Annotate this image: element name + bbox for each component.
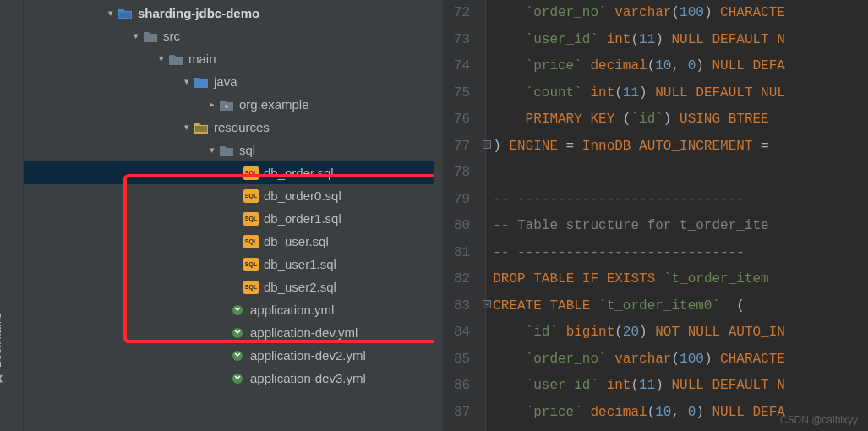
tree-node-file[interactable]: SQL db_order1.sql xyxy=(24,207,434,230)
tree-node-file[interactable]: SQL db_order0.sql xyxy=(24,184,434,207)
splitter[interactable] xyxy=(434,0,444,431)
code-editor[interactable]: 72737475767778798081828384858687 `order_… xyxy=(444,0,868,431)
folder-icon xyxy=(117,7,133,20)
tree-label: db_order.sql xyxy=(264,166,334,180)
tree-node-project-root[interactable]: ▾ sharding-jdbc-demo xyxy=(24,2,434,25)
gutter-line-numbers: 72737475767778798081828384858687 xyxy=(444,0,486,431)
tree-label: db_order1.sql xyxy=(264,211,341,226)
chevron-down-icon[interactable]: ▾ xyxy=(180,76,194,87)
tree-label: src xyxy=(163,29,180,43)
tree-node-file[interactable]: application.yml xyxy=(24,298,434,321)
tree-label: application.yml xyxy=(250,303,334,317)
code-content[interactable]: `order_no` varchar(100) CHARACTE `user_i… xyxy=(486,0,785,431)
tree-label: application-dev.yml xyxy=(250,325,358,340)
svg-rect-0 xyxy=(119,12,131,18)
tree-label: sql xyxy=(239,143,255,157)
tree-label: db_user.sql xyxy=(264,234,329,248)
sql-file-icon: SQL xyxy=(243,189,259,203)
tree-node-file[interactable]: SQL db_user1.sql xyxy=(24,253,434,276)
sql-file-icon: SQL xyxy=(243,281,259,294)
chevron-down-icon[interactable]: ▾ xyxy=(180,122,194,133)
tree-node-file[interactable]: SQL db_user.sql xyxy=(24,230,434,253)
yml-file-icon xyxy=(230,349,245,363)
bookmarks-toolbar[interactable]: Bookmarks xyxy=(0,0,24,431)
yml-file-icon xyxy=(230,372,245,385)
tree-node-main[interactable]: ▾ main xyxy=(24,47,434,70)
chevron-down-icon[interactable]: ▾ xyxy=(155,53,168,64)
tree-node-file[interactable]: SQL db_order.sql xyxy=(24,161,434,184)
chevron-down-icon[interactable]: ▾ xyxy=(104,8,117,19)
tree-node-sql[interactable]: ▾ sql xyxy=(24,139,434,161)
tree-label: org.example xyxy=(239,97,309,112)
tree-label: application-dev3.yml xyxy=(250,371,366,385)
folder-icon xyxy=(143,30,158,43)
tree-node-file[interactable]: SQL db_user2.sql xyxy=(24,276,434,298)
sql-file-icon: SQL xyxy=(243,235,259,248)
watermark: CSDN @caibixyy xyxy=(780,414,858,426)
tree-node-src[interactable]: ▾ src xyxy=(24,25,434,47)
tree-node-file[interactable]: application-dev2.yml xyxy=(24,344,434,367)
tree-label: db_user2.sql xyxy=(264,280,336,294)
tree-node-package[interactable]: ▸ org.example xyxy=(24,93,434,116)
yml-file-icon xyxy=(230,326,245,340)
tree-node-file[interactable]: application-dev3.yml xyxy=(24,367,434,390)
resources-folder-icon xyxy=(194,121,209,134)
tree-label: sharding-jdbc-demo xyxy=(138,6,259,20)
sql-file-icon: SQL xyxy=(243,166,259,180)
bookmarks-text: Bookmarks xyxy=(0,313,3,368)
package-icon xyxy=(219,98,234,112)
folder-icon xyxy=(219,144,234,157)
tree-node-resources[interactable]: ▾ resources xyxy=(24,116,434,139)
tree-label: main xyxy=(188,52,216,66)
tree-label: resources xyxy=(214,120,270,134)
chevron-down-icon[interactable]: ▾ xyxy=(129,30,143,41)
tree-label: application-dev2.yml xyxy=(250,348,366,363)
bookmarks-label: Bookmarks xyxy=(0,313,3,385)
yml-file-icon xyxy=(230,303,245,317)
bookmark-icon xyxy=(0,373,3,385)
tree-label: java xyxy=(214,74,237,89)
svg-point-1 xyxy=(225,105,228,108)
folder-icon xyxy=(194,75,209,89)
sql-file-icon: SQL xyxy=(243,212,259,226)
sql-file-icon: SQL xyxy=(243,258,259,271)
chevron-down-icon[interactable]: ▾ xyxy=(205,145,219,155)
folder-icon xyxy=(168,52,183,66)
tree-node-java[interactable]: ▾ java xyxy=(24,70,434,93)
tree-label: db_order0.sql xyxy=(264,188,341,203)
tree-label: db_user1.sql xyxy=(264,257,336,271)
chevron-right-icon[interactable]: ▸ xyxy=(205,99,219,110)
project-tree[interactable]: ▾ sharding-jdbc-demo ▾ src ▾ main ▾ java… xyxy=(24,0,434,431)
tree-node-file[interactable]: application-dev.yml xyxy=(24,321,434,344)
